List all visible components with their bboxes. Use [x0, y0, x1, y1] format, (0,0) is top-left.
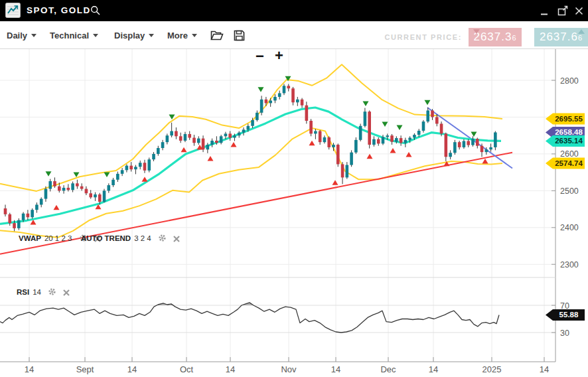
- bid-price-badge: 2637.36: [469, 28, 522, 46]
- up-tick-icon: [578, 29, 585, 34]
- current-price-label: CURRENT PRICE:: [369, 33, 462, 41]
- svg-text:Nov: Nov: [281, 364, 297, 374]
- svg-text:2574.74: 2574.74: [555, 159, 583, 167]
- popout-icon[interactable]: [557, 5, 569, 17]
- svg-text:2658.48: 2658.48: [555, 128, 583, 136]
- svg-text:14: 14: [540, 364, 549, 374]
- chevron-down-icon: [192, 34, 197, 37]
- save-icon[interactable]: [234, 30, 245, 41]
- svg-text:70: 70: [560, 301, 569, 311]
- menu-more[interactable]: More: [167, 31, 197, 40]
- trendlines[interactable]: [0, 108, 512, 254]
- svg-text:2600: 2600: [560, 149, 579, 159]
- svg-text:14: 14: [25, 364, 34, 374]
- svg-text:2800: 2800: [560, 76, 579, 86]
- menu-display[interactable]: Display: [114, 31, 154, 40]
- svg-text:Oct: Oct: [180, 364, 194, 374]
- application-window: SPOT, GOLD Daily Technical Display More: [0, 0, 588, 377]
- svg-text:30: 30: [560, 329, 569, 338]
- gear-icon[interactable]: [158, 234, 167, 242]
- symbol-title: SPOT, GOLD: [27, 5, 91, 15]
- title-bar: SPOT, GOLD: [0, 0, 588, 21]
- gridlines: [0, 49, 555, 362]
- app-logo-icon: [5, 3, 21, 18]
- rsi-plot: [0, 303, 499, 333]
- ask-price-badge: 2637.66: [534, 28, 588, 46]
- gear-icon[interactable]: [48, 287, 56, 296]
- svg-text:2025: 2025: [482, 364, 502, 374]
- menu-timeframe[interactable]: Daily: [7, 31, 37, 40]
- close-icon[interactable]: [575, 7, 583, 15]
- close-icon[interactable]: [63, 289, 70, 296]
- axis-frame: [0, 49, 555, 362]
- chevron-down-icon: [31, 34, 37, 37]
- svg-text:14: 14: [127, 364, 137, 374]
- svg-text:Dec: Dec: [380, 364, 396, 374]
- svg-text:14: 14: [429, 364, 438, 374]
- minimize-icon[interactable]: [540, 8, 548, 16]
- rsi-indicator-label: RSI14: [17, 287, 70, 296]
- down-tick-icon: [473, 29, 480, 34]
- menu-technical[interactable]: Technical: [50, 31, 98, 40]
- svg-text:2635.14: 2635.14: [555, 137, 583, 145]
- price-chart[interactable]: 28002600250024002300703014Sept14Oct14Nov…: [0, 49, 588, 377]
- close-icon[interactable]: [173, 236, 180, 242]
- price-tags: 2695.552658.482635.142574.7455.88: [546, 113, 585, 321]
- svg-text:2695.55: 2695.55: [555, 115, 583, 123]
- svg-text:14: 14: [331, 364, 340, 374]
- axis-labels: 28002600250024002300703014Sept14Oct14Nov…: [25, 76, 579, 375]
- chevron-down-icon: [93, 34, 98, 37]
- toolbar: Daily Technical Display More − + CURRENT…: [0, 21, 588, 49]
- bollinger-bands: [0, 64, 502, 238]
- autotrend-indicator-label: AUTO TREND3 2 4: [81, 234, 180, 242]
- open-file-icon[interactable]: [210, 30, 224, 41]
- svg-text:55.88: 55.88: [559, 311, 579, 319]
- svg-text:Sept: Sept: [76, 364, 94, 374]
- svg-text:14: 14: [226, 364, 235, 374]
- search-icon[interactable]: [90, 5, 101, 16]
- chevron-down-icon: [149, 34, 154, 37]
- svg-text:2300: 2300: [560, 260, 579, 269]
- svg-text:2400: 2400: [560, 223, 579, 232]
- svg-text:2500: 2500: [560, 187, 579, 196]
